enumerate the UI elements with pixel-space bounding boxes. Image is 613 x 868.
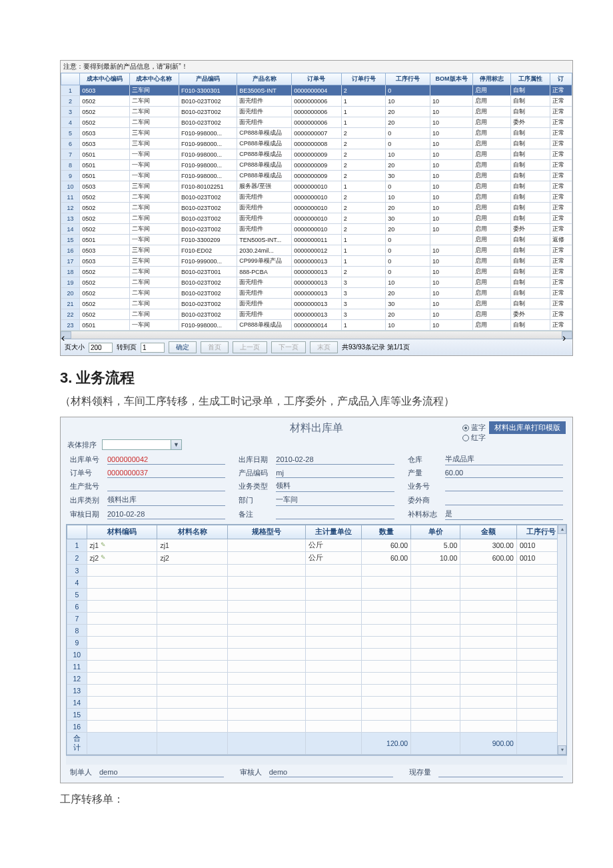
cell[interactable] xyxy=(362,589,411,601)
cell[interactable]: 3 xyxy=(341,277,386,288)
column-header[interactable]: 材料编码 xyxy=(87,525,157,539)
cell[interactable]: 2 xyxy=(341,213,386,224)
cell[interactable]: 正常 xyxy=(550,160,572,171)
store-value[interactable]: 半成品库 xyxy=(445,454,563,465)
cell[interactable]: 10 xyxy=(430,181,473,192)
cell[interactable] xyxy=(157,589,228,601)
supply-value[interactable]: 是 xyxy=(445,509,563,520)
cell[interactable] xyxy=(87,697,157,709)
cell[interactable] xyxy=(228,601,305,613)
table-row[interactable]: 230501一车间F010-998000...CP888单模成品00000000… xyxy=(61,320,572,331)
cell[interactable] xyxy=(411,565,460,577)
cell[interactable] xyxy=(305,601,362,613)
cell[interactable]: F010-998000... xyxy=(179,128,237,139)
cell[interactable]: 二车间 xyxy=(129,107,179,117)
cell[interactable]: 0000000013 xyxy=(292,277,341,288)
cell[interactable]: 二车间 xyxy=(129,203,179,213)
cell[interactable]: 3 xyxy=(341,309,386,320)
cell[interactable] xyxy=(157,649,228,661)
cell[interactable]: 5.00 xyxy=(411,539,460,552)
cell[interactable]: 2 xyxy=(341,149,386,160)
last-page-button[interactable]: 末页 xyxy=(310,341,338,353)
cell[interactable]: 0503 xyxy=(80,128,129,139)
cell[interactable]: 启用 xyxy=(473,320,510,331)
cell[interactable]: 20 xyxy=(386,117,430,128)
table-row[interactable]: 7 xyxy=(67,613,566,625)
cell[interactable]: 服务器/至强 xyxy=(237,181,292,192)
cell[interactable]: 10 xyxy=(430,299,473,309)
table-row[interactable]: 70501一车间F010-998000...CP888单模成品000000000… xyxy=(61,149,572,160)
cell[interactable]: 启用 xyxy=(473,128,510,139)
cell[interactable]: 20 xyxy=(386,288,430,299)
cell[interactable]: 启用 xyxy=(473,160,510,171)
cell[interactable] xyxy=(305,649,362,661)
cell[interactable] xyxy=(411,697,460,709)
cell[interactable]: F010-998000... xyxy=(179,320,237,331)
cell[interactable]: 正常 xyxy=(550,128,572,139)
cell[interactable]: 0000000013 xyxy=(292,309,341,320)
cell[interactable]: 启用 xyxy=(473,107,510,117)
cell[interactable]: 0000000006 xyxy=(292,107,341,117)
cell[interactable] xyxy=(305,721,362,733)
cell[interactable] xyxy=(430,85,473,96)
cell[interactable]: 1 xyxy=(341,181,386,192)
cell[interactable]: 888-PCBA xyxy=(237,267,292,277)
cell[interactable] xyxy=(362,637,411,649)
cell[interactable]: 0502 xyxy=(80,213,129,224)
cell[interactable] xyxy=(87,673,157,685)
table-row[interactable]: 16 xyxy=(67,721,566,733)
cell[interactable]: 面壳组件 xyxy=(237,288,292,299)
cell[interactable]: 0501 xyxy=(80,235,129,245)
cell[interactable]: 0000000011 xyxy=(292,235,341,245)
cell[interactable]: 启用 xyxy=(473,192,510,203)
cell[interactable]: 启用 xyxy=(473,85,510,96)
cell[interactable]: 三车间 xyxy=(129,85,179,96)
column-header[interactable]: 产品编码 xyxy=(179,73,237,85)
cell[interactable]: 0 xyxy=(386,235,430,245)
cell[interactable]: 正常 xyxy=(550,149,572,160)
cell[interactable]: 自制 xyxy=(510,85,550,96)
table-row[interactable]: 40502二车间B010-023T002面壳组件000000000612010启… xyxy=(61,117,572,128)
horizontal-scrollbar[interactable]: ‹ › xyxy=(61,331,572,339)
cell[interactable]: 60.00 xyxy=(362,539,411,552)
cell[interactable] xyxy=(228,709,305,721)
cell[interactable]: 面壳组件 xyxy=(237,277,292,288)
cell[interactable] xyxy=(228,589,305,601)
cell[interactable]: 2 xyxy=(341,85,386,96)
remark-value[interactable] xyxy=(276,510,394,519)
cell[interactable]: 0503 xyxy=(80,245,129,256)
cell[interactable]: 10 xyxy=(430,192,473,203)
cell[interactable]: 3 xyxy=(341,288,386,299)
cell[interactable]: 三车间 xyxy=(129,128,179,139)
column-header[interactable] xyxy=(67,525,87,539)
table-row[interactable]: 130502二车间B010-023T002面壳组件000000001023010… xyxy=(61,213,572,224)
cell[interactable] xyxy=(460,565,517,577)
table-row[interactable]: 190502二车间B010-023T002面壳组件000000001331010… xyxy=(61,277,572,288)
cell[interactable] xyxy=(305,565,362,577)
cell[interactable]: 正常 xyxy=(550,107,572,117)
table-row[interactable]: 15 xyxy=(67,709,566,721)
cell[interactable]: 10 xyxy=(430,267,473,277)
cell[interactable] xyxy=(87,625,157,637)
cell[interactable]: 面壳组件 xyxy=(237,309,292,320)
cell[interactable]: 300.00 xyxy=(460,539,517,552)
column-header[interactable] xyxy=(61,73,80,85)
cell[interactable] xyxy=(305,685,362,697)
cell[interactable] xyxy=(460,637,517,649)
cell[interactable]: 10 xyxy=(430,117,473,128)
cell[interactable]: 1 xyxy=(341,117,386,128)
cell[interactable]: 二车间 xyxy=(129,192,179,203)
cell[interactable]: 启用 xyxy=(473,203,510,213)
cell[interactable]: 三车间 xyxy=(129,181,179,192)
cell[interactable]: 自制 xyxy=(510,256,550,267)
cell[interactable] xyxy=(228,673,305,685)
cell[interactable] xyxy=(411,601,460,613)
cell[interactable] xyxy=(305,661,362,673)
qty-value[interactable]: 60.00 xyxy=(445,469,563,478)
cell[interactable] xyxy=(157,685,228,697)
cell[interactable]: 0501 xyxy=(80,320,129,331)
cell[interactable]: 公斤 xyxy=(305,552,362,565)
cell[interactable]: 启用 xyxy=(473,181,510,192)
cell[interactable]: 0 xyxy=(386,267,430,277)
cell[interactable] xyxy=(460,625,517,637)
